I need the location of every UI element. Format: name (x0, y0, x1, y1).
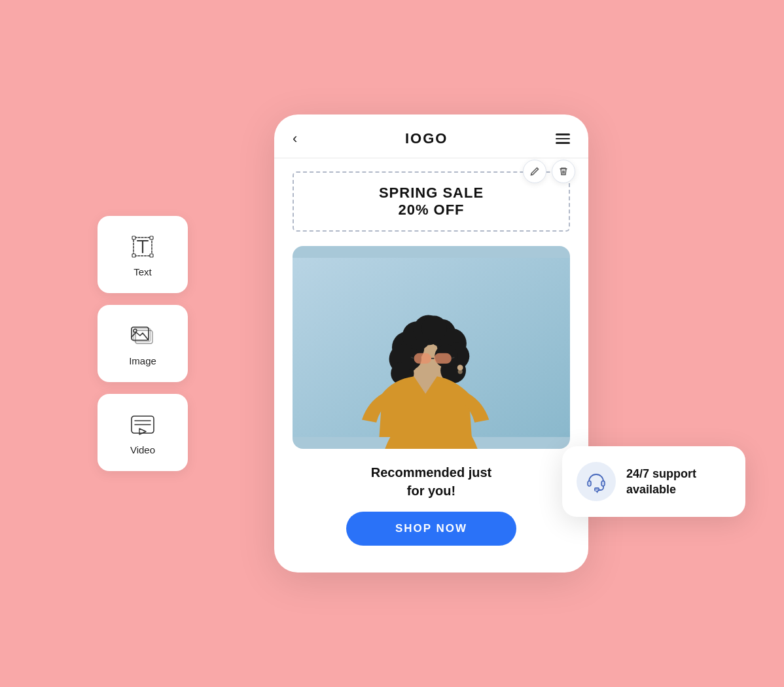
hamburger-menu[interactable] (556, 133, 570, 144)
image-icon (128, 321, 157, 350)
svg-point-30 (421, 315, 447, 341)
svg-rect-33 (414, 353, 432, 364)
tool-card-text[interactable]: Text (98, 216, 188, 293)
svg-rect-34 (434, 353, 452, 364)
text-block-wrapper: SPRING SALE 20% OFF (293, 171, 570, 232)
fashion-image (293, 246, 570, 449)
svg-rect-3 (132, 236, 135, 239)
svg-rect-6 (150, 254, 153, 257)
sidebar: Text Image (98, 216, 188, 471)
support-icon-wrap (577, 462, 616, 501)
svg-rect-40 (588, 481, 591, 486)
hamburger-line-2 (556, 138, 570, 140)
back-button[interactable]: ‹ (293, 130, 297, 147)
svg-rect-41 (601, 481, 605, 486)
image-label: Image (129, 355, 156, 366)
video-icon (128, 410, 157, 439)
hamburger-line-1 (556, 133, 570, 135)
text-label: Text (134, 266, 152, 277)
sale-title: SPRING SALE (307, 185, 556, 202)
headset-icon (584, 470, 608, 493)
tool-card-video[interactable]: Video (98, 394, 188, 471)
svg-rect-4 (150, 236, 153, 239)
sale-subtitle: 20% OFF (307, 202, 556, 219)
support-text: 24/7 support available (626, 466, 696, 498)
shop-now-button[interactable]: SHOP NOW (346, 512, 516, 546)
phone-mockup: ‹ IOGO (274, 114, 588, 572)
svg-rect-5 (132, 254, 135, 257)
text-icon (128, 232, 157, 261)
tool-card-image[interactable]: Image (98, 305, 188, 382)
app-logo: IOGO (405, 130, 448, 147)
text-actions (523, 160, 575, 183)
scene: Text Image (98, 65, 686, 622)
svg-marker-43 (596, 491, 598, 493)
support-card: 24/7 support available (562, 446, 745, 517)
hamburger-line-3 (556, 142, 570, 144)
recommend-text: Recommended just for you! (293, 463, 570, 500)
phone-header: ‹ IOGO (274, 114, 588, 158)
edit-button[interactable] (523, 160, 546, 183)
delete-button[interactable] (552, 160, 575, 183)
svg-point-39 (458, 370, 463, 374)
video-label: Video (130, 444, 155, 455)
